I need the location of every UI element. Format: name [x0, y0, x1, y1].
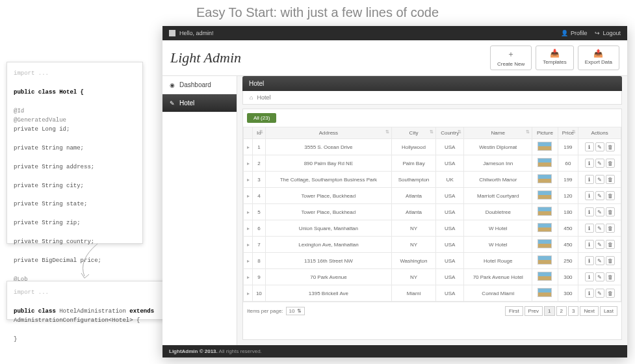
delete-button[interactable]: 🗑 — [606, 159, 615, 168]
main-panel: Hotel ⌂ Hotel All (23) Id⇅ Address⇅ City… — [237, 76, 627, 345]
delete-button[interactable]: 🗑 — [606, 240, 615, 249]
edit-button[interactable]: ✎ — [595, 191, 604, 200]
picture-thumbnail[interactable] — [538, 223, 552, 232]
delete-button[interactable]: 🗑 — [606, 142, 615, 151]
info-button[interactable]: ℹ — [585, 175, 594, 184]
breadcrumb-item[interactable]: Hotel — [257, 94, 270, 101]
table-row: ▸2890 Palm Bay Rd NEPalm BayUSAJameson I… — [244, 155, 621, 172]
expand-toggle[interactable]: ▸ — [244, 172, 253, 188]
info-button[interactable]: ℹ — [585, 256, 594, 265]
info-button[interactable]: ℹ — [585, 207, 594, 216]
user-icon — [169, 30, 175, 36]
table-row: ▸970 Park AvenueNYUSA70 Park Avenue Hote… — [244, 269, 621, 285]
templates-button[interactable]: 📥Templates — [536, 46, 573, 70]
picture-thumbnail[interactable] — [538, 288, 552, 297]
edit-button[interactable]: ✎ — [595, 272, 604, 281]
info-button[interactable]: ℹ — [585, 272, 594, 281]
cell-actions: ℹ✎🗑 — [578, 172, 621, 188]
pager-page-3[interactable]: 3 — [568, 306, 578, 316]
export-button[interactable]: 📤Export Data — [578, 46, 619, 70]
info-button[interactable]: ℹ — [585, 224, 594, 233]
edit-button[interactable]: ✎ — [595, 289, 604, 298]
expand-toggle[interactable]: ▸ — [244, 269, 253, 285]
cell-price: 300 — [558, 269, 578, 285]
picture-thumbnail[interactable] — [538, 272, 552, 281]
picture-thumbnail[interactable] — [538, 239, 552, 248]
delete-button[interactable]: 🗑 — [606, 175, 615, 184]
logout-link[interactable]: ↪Logout — [595, 30, 621, 36]
items-per-page-stepper[interactable]: 10⇅ — [286, 307, 305, 315]
cell-city: Washington — [392, 253, 436, 269]
col-address[interactable]: Address⇅ — [265, 127, 391, 139]
expand-toggle[interactable]: ▸ — [244, 285, 253, 302]
col-id[interactable]: Id⇅ — [253, 127, 266, 139]
cell-price: 120 — [558, 188, 578, 204]
delete-button[interactable]: 🗑 — [606, 256, 615, 265]
delete-button[interactable]: 🗑 — [606, 207, 615, 216]
edit-button[interactable]: ✎ — [595, 240, 604, 249]
info-button[interactable]: ℹ — [585, 240, 594, 249]
expand-toggle[interactable]: ▸ — [244, 188, 253, 204]
cell-picture — [532, 220, 558, 237]
plus-icon: ＋ — [497, 49, 525, 60]
col-country[interactable]: Country⇅ — [435, 127, 464, 139]
cell-name: Chilworth Manor — [464, 172, 532, 188]
edit-button[interactable]: ✎ — [595, 159, 604, 168]
create-new-button[interactable]: ＋Create New — [490, 46, 532, 70]
cell-id: 1 — [253, 139, 266, 155]
panel-title: Hotel — [242, 76, 622, 91]
user-icon: 👤 — [561, 30, 568, 36]
edit-button[interactable]: ✎ — [595, 224, 604, 233]
delete-button[interactable]: 🗑 — [606, 191, 615, 200]
picture-thumbnail[interactable] — [538, 142, 552, 151]
expand-toggle[interactable]: ▸ — [244, 139, 253, 155]
cell-id: 8 — [253, 253, 266, 269]
picture-thumbnail[interactable] — [538, 158, 552, 167]
info-button[interactable]: ℹ — [585, 159, 594, 168]
cell-address: 70 Park Avenue — [265, 269, 391, 285]
sidebar-item-dashboard[interactable]: ◉Dashboard — [162, 76, 237, 94]
expand-toggle[interactable]: ▸ — [244, 220, 253, 237]
edit-button[interactable]: ✎ — [595, 207, 604, 216]
col-price[interactable]: Price⇅ — [558, 127, 578, 139]
picture-thumbnail[interactable] — [538, 207, 552, 216]
edit-button[interactable]: ✎ — [595, 256, 604, 265]
edit-button[interactable]: ✎ — [595, 142, 604, 151]
pager-next[interactable]: Next — [580, 306, 598, 316]
cell-name: Westin Diplomat — [464, 139, 532, 155]
picture-thumbnail[interactable] — [538, 255, 552, 265]
expand-toggle[interactable]: ▸ — [244, 155, 253, 172]
expand-toggle[interactable]: ▸ — [244, 237, 253, 253]
edit-button[interactable]: ✎ — [595, 175, 604, 184]
home-icon[interactable]: ⌂ — [250, 94, 253, 101]
pager-first[interactable]: First — [505, 306, 523, 316]
expand-toggle[interactable]: ▸ — [244, 253, 253, 269]
cell-picture — [532, 237, 558, 253]
info-button[interactable]: ℹ — [585, 289, 594, 298]
col-city[interactable]: City⇅ — [392, 127, 436, 139]
cell-actions: ℹ✎🗑 — [578, 237, 621, 253]
code-snippet-entity: import ... public class Hotel { @Id @Gen… — [6, 62, 143, 244]
cell-name: W Hotel — [464, 220, 532, 237]
delete-button[interactable]: 🗑 — [606, 289, 615, 298]
code-line: @Id — [14, 107, 136, 116]
col-name[interactable]: Name⇅ — [464, 127, 532, 139]
info-button[interactable]: ℹ — [585, 142, 594, 151]
logout-icon: ↪ — [595, 30, 600, 36]
pager-last[interactable]: Last — [600, 306, 617, 316]
pager-page-2[interactable]: 2 — [556, 306, 567, 316]
cell-price: 180 — [558, 204, 578, 220]
cell-picture — [532, 139, 558, 155]
delete-button[interactable]: 🗑 — [606, 272, 615, 281]
filter-tab-all[interactable]: All (23) — [247, 113, 276, 123]
profile-link[interactable]: 👤Profile — [561, 30, 588, 36]
info-button[interactable]: ℹ — [585, 191, 594, 200]
picture-thumbnail[interactable] — [538, 174, 552, 183]
pager-page-1[interactable]: 1 — [544, 306, 554, 316]
pager-prev[interactable]: Prev — [525, 306, 543, 316]
delete-button[interactable]: 🗑 — [606, 224, 615, 233]
cell-address: Union Square, Manhattan — [265, 220, 391, 237]
picture-thumbnail[interactable] — [538, 190, 552, 200]
expand-toggle[interactable]: ▸ — [244, 204, 253, 220]
sidebar-item-hotel[interactable]: ✎Hotel — [162, 94, 237, 112]
